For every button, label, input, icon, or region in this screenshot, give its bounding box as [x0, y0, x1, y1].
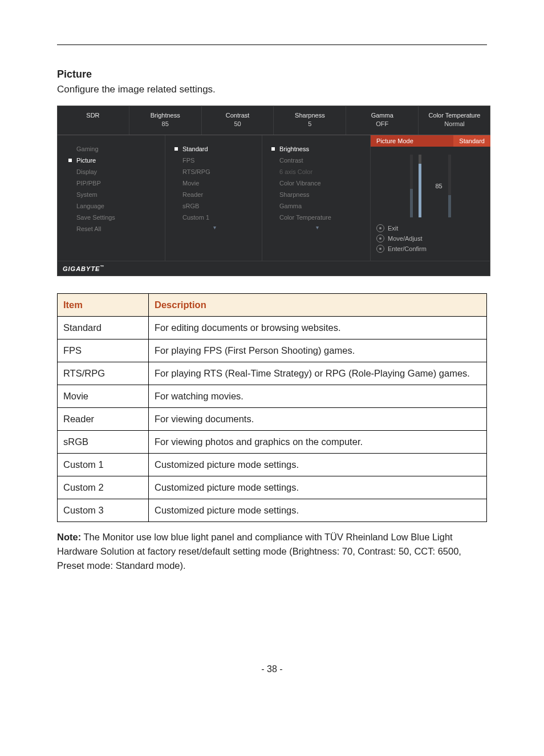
- osd-main-menu: GamingPictureDisplayPIP/PBPSystemLanguag…: [57, 135, 165, 261]
- page-number: - 38 -: [57, 664, 487, 674]
- hint-enter: Enter/Confirm: [376, 244, 485, 254]
- table-row: Custom 1Customized picture mode settings…: [58, 454, 487, 476]
- hint-exit: Exit: [376, 223, 485, 233]
- setting-item[interactable]: Gamma: [271, 200, 363, 212]
- table-cell-description: Customized picture mode settings.: [149, 454, 487, 476]
- main-menu-item[interactable]: Gaming: [68, 143, 158, 155]
- mode-item[interactable]: Movie: [174, 177, 255, 189]
- slider-track: [410, 155, 413, 217]
- table-cell-item: Custom 1: [58, 454, 149, 476]
- table-cell-item: Movie: [58, 385, 149, 408]
- osd-hints: Exit Move/Adjust Enter/Confirm: [371, 221, 490, 258]
- brightness-slider[interactable]: 85: [371, 147, 490, 221]
- hint-move: Move/Adjust: [376, 233, 485, 244]
- table-cell-item: RTS/RPG: [58, 362, 149, 385]
- main-menu-item[interactable]: Language: [68, 200, 158, 212]
- picture-mode-label: Picture Mode: [371, 135, 453, 147]
- osd-right-panel: Picture Mode Standard 85 Exit Move/Adjus…: [371, 135, 490, 261]
- osd-top-cell: Color TemperatureNormal: [419, 106, 490, 135]
- setting-item[interactable]: Sharpness: [271, 189, 363, 200]
- table-header-row: Item Description: [58, 294, 487, 317]
- table-cell-item: FPS: [58, 339, 149, 362]
- osd-top-cell: Brightness85: [129, 106, 202, 135]
- brand-logo: GIGABYTE™: [63, 265, 104, 272]
- setting-item[interactable]: Color Vibrance: [271, 177, 363, 189]
- osd-top-cell: Sharpness5: [274, 106, 346, 135]
- chevron-down-icon: ▾: [174, 224, 255, 231]
- osd-top-cell: SDR: [57, 106, 129, 135]
- osd-settings-list: BrightnessContrast6 axis ColorColor Vibr…: [262, 135, 371, 261]
- main-menu-item[interactable]: Save Settings: [68, 212, 158, 223]
- slider-value: 85: [435, 183, 442, 189]
- table-header-description: Description: [149, 294, 487, 317]
- section-subtitle: Configure the image related settings.: [57, 84, 487, 95]
- osd-mode-list: StandardFPSRTS/RPGMovieReadersRGBCustom …: [165, 135, 262, 261]
- table-cell-description: Customized picture mode settings.: [149, 499, 487, 522]
- mode-item[interactable]: Reader: [174, 189, 255, 200]
- table-cell-item: Reader: [58, 408, 149, 431]
- setting-item[interactable]: Brightness: [271, 143, 363, 155]
- marker-icon: [174, 147, 178, 151]
- table-cell-description: For playing RTS (Real-Time Strategy) or …: [149, 362, 487, 385]
- table-row: Custom 3Customized picture mode settings…: [58, 499, 487, 522]
- marker-icon: [68, 159, 72, 162]
- description-table: Item Description StandardFor editing doc…: [57, 293, 487, 522]
- joystick-icon: [376, 224, 384, 232]
- table-cell-item: Standard: [58, 317, 149, 339]
- main-menu-item[interactable]: PIP/PBP: [68, 177, 158, 189]
- hint-label: Exit: [388, 225, 398, 232]
- table-row: Custom 2Customized picture mode settings…: [58, 476, 487, 499]
- page: Picture Configure the image related sett…: [0, 0, 544, 697]
- marker-icon: [271, 147, 275, 151]
- chevron-down-icon: ▾: [271, 224, 363, 231]
- mode-item[interactable]: RTS/RPG: [174, 166, 255, 177]
- main-menu-item[interactable]: Picture: [68, 155, 158, 166]
- mode-item[interactable]: Custom 1: [174, 212, 255, 223]
- osd-footer: GIGABYTE™: [57, 261, 490, 277]
- table-cell-description: For playing FPS (First Person Shooting) …: [149, 339, 487, 362]
- header-rule: [57, 45, 487, 45]
- osd-panel: SDRBrightness85Contrast50Sharpness5Gamma…: [57, 106, 490, 276]
- table-row: RTS/RPGFor playing RTS (Real-Time Strate…: [58, 362, 487, 385]
- table-row: ReaderFor viewing documents.: [58, 408, 487, 431]
- joystick-icon: [376, 235, 384, 242]
- main-menu-item[interactable]: System: [68, 189, 158, 200]
- note-paragraph: Note: The Monitor use low blue light pan…: [57, 530, 487, 572]
- table-cell-description: Customized picture mode settings.: [149, 476, 487, 499]
- note-text: The Monitor use low blue light panel and…: [57, 532, 461, 571]
- table-cell-item: sRGB: [58, 431, 149, 454]
- table-cell-item: Custom 3: [58, 499, 149, 522]
- osd-body: GamingPictureDisplayPIP/PBPSystemLanguag…: [57, 135, 490, 261]
- mode-item[interactable]: Standard: [174, 143, 255, 155]
- table-cell-description: For editing documents or browsing websit…: [149, 317, 487, 339]
- osd-topbar: SDRBrightness85Contrast50Sharpness5Gamma…: [57, 106, 490, 135]
- setting-item[interactable]: Contrast: [271, 155, 363, 166]
- main-menu-item[interactable]: Display: [68, 166, 158, 177]
- picture-mode-value: Standard: [453, 135, 490, 147]
- main-menu-item[interactable]: Reset All: [68, 223, 158, 235]
- table-cell-description: For viewing photos and graphics on the c…: [149, 431, 487, 454]
- slider-track-active: [419, 155, 421, 217]
- note-label: Note:: [57, 532, 81, 542]
- table-row: FPSFor playing FPS (First Person Shootin…: [58, 339, 487, 362]
- table-header-item: Item: [58, 294, 149, 317]
- osd-top-cell: Contrast50: [202, 106, 274, 135]
- setting-item[interactable]: 6 axis Color: [271, 166, 363, 177]
- hint-label: Enter/Confirm: [388, 245, 427, 252]
- table-cell-description: For viewing documents.: [149, 408, 487, 431]
- hint-label: Move/Adjust: [388, 235, 423, 242]
- osd-top-cell: GammaOFF: [346, 106, 419, 135]
- table-cell-description: For watching movies.: [149, 385, 487, 408]
- picture-mode-tab: Picture Mode Standard: [371, 135, 490, 147]
- mode-item[interactable]: sRGB: [174, 200, 255, 212]
- section-title: Picture: [57, 68, 487, 80]
- setting-item[interactable]: Color Temperature: [271, 212, 363, 223]
- slider-track: [448, 155, 451, 217]
- joystick-icon: [376, 245, 384, 253]
- table-row: MovieFor watching movies.: [58, 385, 487, 408]
- mode-item[interactable]: FPS: [174, 155, 255, 166]
- table-cell-item: Custom 2: [58, 476, 149, 499]
- table-row: sRGBFor viewing photos and graphics on t…: [58, 431, 487, 454]
- table-row: StandardFor editing documents or browsin…: [58, 317, 487, 339]
